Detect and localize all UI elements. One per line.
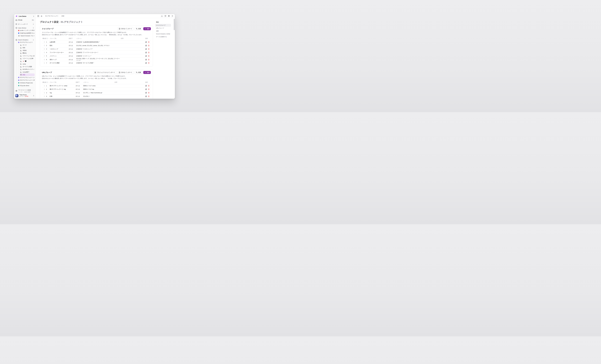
url-group-card: URLグループ プロジェクトからインポート CSVをインポート 提案 bbox=[40, 69, 153, 99]
sidebar-item-howto-project[interactable]: 作成方法の説明用プロジェクト bbox=[18, 32, 35, 35]
docs-button[interactable] bbox=[164, 15, 167, 17]
delete-icon[interactable] bbox=[148, 59, 150, 60]
delete-icon[interactable] bbox=[148, 96, 150, 97]
export-button[interactable] bbox=[160, 15, 163, 17]
url-project-import-button[interactable]: プロジェクトからインポート bbox=[93, 71, 117, 74]
priority-number: 1 bbox=[46, 85, 47, 86]
sidebar-item-inbox[interactable]: 受信箱 99+ bbox=[15, 19, 35, 21]
inbox-icon bbox=[16, 19, 17, 21]
add-index-worker-icon[interactable] bbox=[33, 27, 34, 29]
operator: または bbox=[76, 88, 82, 90]
edit-icon[interactable] bbox=[145, 92, 147, 94]
sidebar-view-camp[interactable]: camp bbox=[20, 63, 35, 66]
query-add-button[interactable]: 追加 bbox=[143, 27, 151, 30]
sidebar-view-a-url-mess-tin[interactable]: AのURLのメスティンを含む bbox=[20, 68, 35, 71]
add-dashboard-icon[interactable] bbox=[33, 23, 34, 25]
drag-handle-icon[interactable] bbox=[44, 92, 45, 94]
drag-handle-icon[interactable] bbox=[44, 52, 45, 53]
sidebar-section-index-worker[interactable]: Index Worker bbox=[15, 27, 35, 29]
query-suggest-button[interactable]: 提案 bbox=[135, 27, 142, 30]
delete-icon[interactable] bbox=[148, 85, 150, 86]
drag-handle-icon[interactable] bbox=[44, 59, 45, 60]
sidebar-view-rental[interactable]: /rental/配下 bbox=[20, 71, 35, 74]
sidebar-view-portable-power[interactable]: ポータブル電源 bbox=[20, 65, 35, 68]
sidebar-view-nonbranded[interactable]: 非指名 bbox=[20, 49, 35, 52]
info-icon[interactable] bbox=[47, 38, 48, 39]
delete-icon[interactable] bbox=[148, 45, 150, 46]
drag-handle-icon[interactable] bbox=[44, 55, 45, 57]
sidebar-view-not-rewritten[interactable]: リライトしてない記事 bbox=[20, 55, 35, 57]
edit-icon[interactable] bbox=[145, 48, 147, 50]
delete-icon[interactable] bbox=[148, 41, 150, 43]
sidebar-view-jp-desktop[interactable] bbox=[20, 60, 35, 63]
language-button[interactable] bbox=[167, 15, 170, 17]
edit-icon[interactable] bbox=[145, 85, 147, 86]
delete-icon[interactable] bbox=[148, 55, 150, 57]
breadcrumb-project[interactable]: 01.デモプロジェクト bbox=[45, 15, 59, 17]
user-menu[interactable]: Taiga Asazu オーナー管理者 bbox=[15, 93, 35, 97]
edit-icon[interactable] bbox=[145, 52, 147, 53]
edit-icon[interactable] bbox=[145, 59, 147, 60]
edit-icon[interactable] bbox=[145, 88, 147, 90]
sidebar-item-project-03[interactable]: 03.デモプロジェクト URL別分析 bbox=[18, 79, 35, 82]
sidebar-item-project-01[interactable]: 01.デモプロジェクト bbox=[18, 41, 35, 44]
url-csv-import-button[interactable]: CSVをインポート bbox=[117, 71, 134, 74]
sidebar-item-search-console-property[interactable]: Search Console プロパティ bbox=[18, 34, 35, 37]
workspace-switcher[interactable]: Live Demo bbox=[15, 15, 35, 18]
sidebar-item-jadev-index-check[interactable]: ja.dev インデックス率チェック bbox=[18, 29, 35, 32]
drag-handle-icon[interactable] bbox=[44, 89, 45, 90]
breadcrumb-page[interactable]: 設定 bbox=[61, 15, 64, 17]
breadcrumb: 01.デモプロジェクト 設定 bbox=[41, 15, 64, 17]
url-suggest-button[interactable]: 提案 bbox=[135, 71, 142, 74]
delete-icon[interactable] bbox=[148, 92, 150, 94]
item-label: 01.デモプロジェクト bbox=[20, 41, 33, 43]
priority-number: 2 bbox=[46, 45, 47, 46]
url-add-button[interactable]: 追加 bbox=[143, 71, 151, 74]
vertical-scrollbar[interactable] bbox=[174, 19, 175, 30]
sidebar-item-project-02[interactable]: 02.デモプロジェクト クエリ別分析 bbox=[18, 76, 35, 79]
drag-handle-icon[interactable] bbox=[44, 48, 45, 50]
gear-icon bbox=[16, 90, 17, 92]
drag-handle-icon[interactable] bbox=[44, 45, 45, 46]
toc-item-general[interactable]: 全般 bbox=[155, 30, 171, 32]
sidebar-divider bbox=[15, 88, 34, 88]
sidebar-view-rewritten[interactable]: リライトした記事 bbox=[20, 57, 35, 60]
delete-icon[interactable] bbox=[148, 62, 150, 64]
sidebar-item-project-04[interactable]: 04.Demo Project (en) bbox=[18, 82, 35, 84]
view-label: 設定 bbox=[23, 74, 25, 76]
toc-item-delete-data[interactable]: データを削除する bbox=[155, 35, 171, 38]
theme-toggle-button[interactable] bbox=[171, 15, 174, 17]
edit-icon[interactable] bbox=[145, 41, 147, 43]
toc-item-url-group[interactable]: URLグループ bbox=[155, 27, 171, 29]
sidebar-item-dashboard[interactable]: ダッシュボード bbox=[15, 23, 35, 25]
toc-item-search-analytics-settings[interactable]: Search Analytics の設定 bbox=[155, 33, 171, 35]
toc-item-query-group[interactable]: クエリグループ bbox=[155, 24, 171, 27]
query-csv-import-button[interactable]: CSVをインポート bbox=[117, 27, 134, 30]
delete-icon[interactable] bbox=[148, 48, 150, 50]
delete-icon[interactable] bbox=[148, 52, 150, 53]
info-icon[interactable] bbox=[47, 82, 48, 83]
edit-icon[interactable] bbox=[145, 55, 147, 57]
workspace-settings-link[interactable]: ワークスペース設定 ユーザー・請求の管理 bbox=[15, 89, 35, 93]
drag-handle-icon[interactable] bbox=[44, 41, 45, 43]
edit-icon[interactable] bbox=[145, 62, 147, 64]
chevrons-updown-icon bbox=[33, 16, 34, 17]
edit-icon[interactable] bbox=[145, 96, 147, 97]
drag-handle-icon[interactable] bbox=[44, 85, 45, 86]
sidebar-view-anonymized[interactable]: 匿名化 bbox=[20, 52, 35, 55]
drag-handle-icon[interactable] bbox=[44, 62, 45, 64]
content-scroll-area[interactable]: プロジェクト設定 - 01.デモプロジェクト クエリグループ CSVをインポート… bbox=[36, 18, 175, 99]
delete-icon[interactable] bbox=[148, 88, 150, 90]
sparkles-icon bbox=[136, 28, 138, 29]
edit-icon[interactable] bbox=[145, 45, 147, 46]
sidebar-view-branded[interactable]: 指名 bbox=[20, 47, 35, 49]
sidebar-toggle-button[interactable] bbox=[37, 15, 40, 17]
sidebar-section-search-analytics[interactable]: Search Analytics bbox=[15, 39, 35, 41]
sidebar-item-project-05[interactable]: 05.ja.dev demo bbox=[18, 84, 35, 87]
url-table-row: 1 第1サブディレクトリ: camp または 最初のパスが camp bbox=[42, 84, 151, 88]
drag-handle-icon[interactable] bbox=[44, 96, 45, 97]
add-search-analytics-icon[interactable] bbox=[33, 39, 34, 41]
home-icon[interactable] bbox=[41, 15, 42, 17]
sidebar-view-all[interactable]: すべて bbox=[20, 44, 35, 47]
sidebar-view-settings[interactable]: 設定 bbox=[20, 74, 35, 76]
